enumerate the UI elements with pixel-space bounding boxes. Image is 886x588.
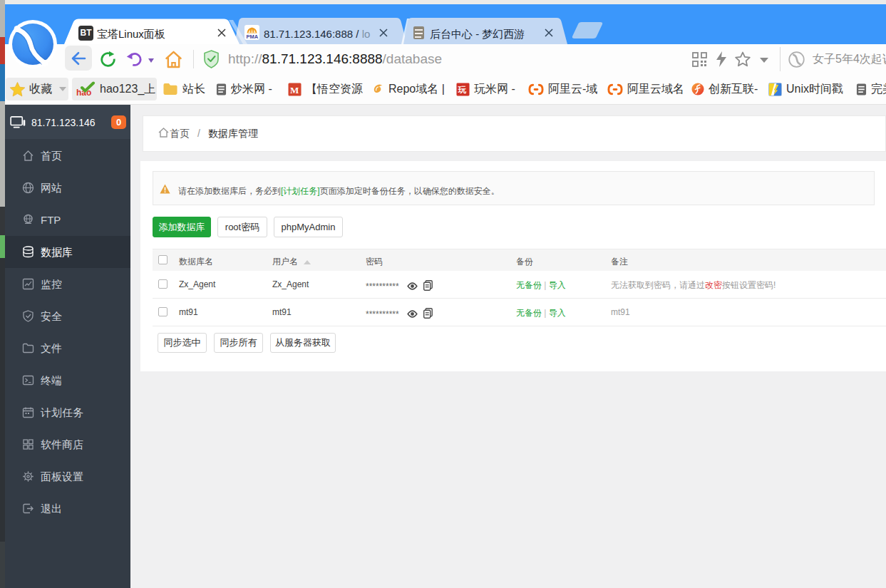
svg-text:玩: 玩 [457,86,466,94]
svg-text:PMA: PMA [247,33,259,40]
svg-text:M: M [290,84,299,95]
